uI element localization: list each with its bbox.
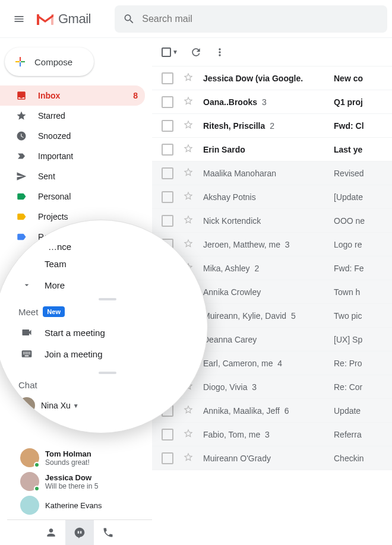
subject: Referra xyxy=(334,430,392,439)
label-blue-icon xyxy=(15,232,27,242)
star-button[interactable] xyxy=(183,143,194,156)
subject: Q1 proj xyxy=(334,97,392,107)
app-name: Gmail xyxy=(58,11,91,27)
dropdown-caret-icon[interactable]: ▼ xyxy=(73,403,79,409)
star-button[interactable] xyxy=(183,428,194,441)
nav-label: Sent xyxy=(38,172,55,181)
email-row[interactable]: Nick KortendickOOO ne xyxy=(152,209,392,233)
thread-count: 2 xyxy=(252,264,260,273)
subject: Town h xyxy=(334,287,392,297)
email-row[interactable]: Jessica Dow (via Google.New co xyxy=(152,66,392,90)
row-checkbox[interactable] xyxy=(162,144,173,156)
avatar xyxy=(20,448,39,467)
sender: Annika Crowley xyxy=(203,287,334,297)
refresh-button[interactable] xyxy=(190,46,202,58)
chat-name: Katherine Evans xyxy=(45,501,102,510)
chat-name: Nina Xu xyxy=(41,401,71,410)
email-row[interactable]: Maalika ManoharanRevised xyxy=(152,161,392,185)
sidebar-item-team[interactable]: Team xyxy=(18,253,197,274)
email-row[interactable]: Annika, Maalika, Jeff 6Update xyxy=(152,399,392,423)
contacts-tab[interactable] xyxy=(37,520,65,545)
sender: Ritesh, Priscilla 2 xyxy=(203,121,334,131)
label-text: Join a meeting xyxy=(45,349,103,359)
subject: Update xyxy=(334,406,392,416)
star-button[interactable] xyxy=(183,238,194,251)
new-badge: New xyxy=(43,306,65,317)
search-bar[interactable] xyxy=(115,5,387,33)
compose-button[interactable]: Compose xyxy=(5,47,94,76)
gmail-logo[interactable]: Gmail xyxy=(36,11,91,27)
subject: Re: Pro xyxy=(334,359,392,368)
chat-contact[interactable]: Tom Holman Sounds great! xyxy=(7,446,152,470)
subject: Fwd: Fe xyxy=(334,264,392,273)
row-checkbox[interactable] xyxy=(162,215,173,227)
select-all[interactable]: ▼ xyxy=(162,47,178,57)
chat-contact[interactable]: Jessica Dow Will be there in 5 xyxy=(7,470,152,493)
star-button[interactable] xyxy=(183,214,194,227)
email-row[interactable]: Oana..Brooks 3Q1 proj xyxy=(152,90,392,114)
email-row[interactable]: Fabio, Tom, me 3Referra xyxy=(152,423,392,446)
star-button[interactable] xyxy=(183,96,194,108)
subject: Fwd: Cl xyxy=(334,121,392,131)
hangouts-icon xyxy=(74,527,86,538)
thread-count: 3 xyxy=(263,430,270,439)
sidebar-item-sent[interactable]: Sent xyxy=(0,166,145,186)
thread-count: 5 xyxy=(289,311,296,321)
svg-rect-1 xyxy=(51,14,53,25)
avatar xyxy=(20,472,39,491)
meet-section-header: Meet New xyxy=(18,300,197,322)
phone-tab[interactable] xyxy=(94,520,122,545)
row-checkbox[interactable] xyxy=(162,191,173,203)
email-row[interactable]: Erin SardoLast ye xyxy=(152,138,392,161)
email-row[interactable]: Akshay Potnis[Update xyxy=(152,185,392,209)
star-button[interactable] xyxy=(183,191,194,203)
row-checkbox[interactable] xyxy=(162,429,173,441)
sidebar-item-inbox[interactable]: Inbox8 xyxy=(0,85,145,106)
row-checkbox[interactable] xyxy=(162,452,173,464)
sender: Muireann O'Grady xyxy=(203,454,334,463)
dropdown-caret-icon: ▼ xyxy=(172,49,178,55)
chat-contact[interactable]: Katherine Evans xyxy=(7,493,152,517)
star-button[interactable] xyxy=(183,404,194,417)
star-button[interactable] xyxy=(183,167,194,179)
search-input[interactable] xyxy=(142,14,379,24)
sidebar-item-more[interactable]: More xyxy=(18,274,197,296)
star-button[interactable] xyxy=(183,452,194,464)
row-checkbox[interactable] xyxy=(162,120,173,132)
sender: Nick Kortendick xyxy=(203,216,334,226)
start-meeting-button[interactable]: Start a meeting xyxy=(18,322,197,343)
sidebar-item-snoozed[interactable]: Snoozed xyxy=(0,126,145,146)
nav-label: Projects xyxy=(38,212,68,221)
nav-label: Personal xyxy=(38,192,71,201)
hangouts-tab[interactable] xyxy=(65,520,94,545)
join-meeting-button[interactable]: Join a meeting xyxy=(18,343,197,365)
email-row[interactable]: Jeroen, Matthew, me 3Logo re xyxy=(152,233,392,256)
row-checkbox[interactable] xyxy=(162,167,173,179)
sender: Jeroen, Matthew, me 3 xyxy=(203,240,334,249)
star-button[interactable] xyxy=(183,119,194,132)
main-menu-button[interactable] xyxy=(5,5,33,33)
more-button[interactable] xyxy=(214,46,226,58)
thread-count: 3 xyxy=(249,382,257,392)
clock-icon xyxy=(15,131,27,141)
label-green-icon xyxy=(15,191,27,202)
subject: OOO ne xyxy=(334,216,392,226)
chat-name: Jessica Dow xyxy=(45,473,98,482)
star-button[interactable] xyxy=(183,72,194,84)
label-text: Start a meeting xyxy=(45,328,105,338)
nav-label: Snoozed xyxy=(38,131,71,141)
email-row[interactable]: Ritesh, Priscilla 2Fwd: Cl xyxy=(152,114,392,138)
presence-dot xyxy=(34,486,40,492)
meet-magnifier-callout: …nce Team More Meet New Start a meeting xyxy=(0,220,208,433)
sidebar-item-starred[interactable]: Starred xyxy=(0,106,145,126)
row-checkbox[interactable] xyxy=(162,72,173,84)
row-checkbox[interactable] xyxy=(162,96,173,108)
keyboard-icon xyxy=(18,348,35,360)
sidebar-item-personal[interactable]: Personal xyxy=(0,186,145,207)
subject: [Update xyxy=(334,192,392,202)
chevron-down-icon xyxy=(18,280,35,290)
email-row[interactable]: Muireann O'GradyCheckin xyxy=(152,446,392,470)
label-text: More xyxy=(45,280,65,290)
sidebar-item-important[interactable]: Important xyxy=(0,146,145,166)
label-orange-icon xyxy=(15,211,27,222)
